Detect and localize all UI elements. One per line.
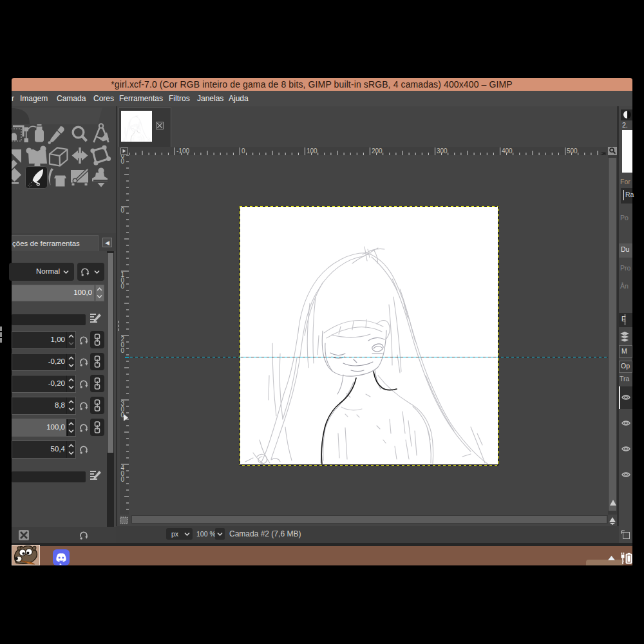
svg-text:0: 0 — [121, 158, 125, 165]
svg-text:0: 0 — [242, 147, 245, 155]
svg-text:300: 300 — [437, 147, 448, 155]
svg-text:400: 400 — [502, 147, 513, 155]
svg-text:0: 0 — [121, 476, 125, 483]
svg-text:500: 500 — [567, 147, 578, 155]
svg-text:100: 100 — [307, 147, 317, 155]
svg-text:0: 0 — [121, 283, 125, 290]
svg-text:-100: -100 — [176, 147, 189, 155]
svg-text:0: 0 — [121, 347, 125, 354]
svg-text:200: 200 — [372, 147, 383, 155]
svg-text:0: 0 — [121, 207, 125, 214]
